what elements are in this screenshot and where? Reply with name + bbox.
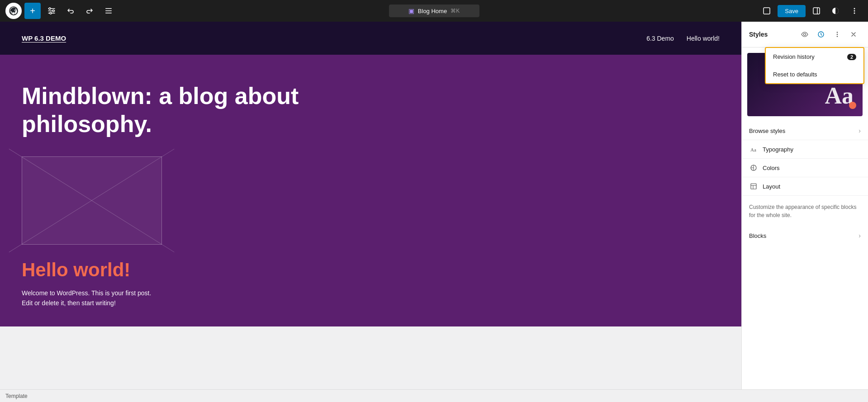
revision-history-dropdown-label: Revision history (773, 53, 815, 60)
colors-icon (749, 164, 758, 171)
layout-label: Layout (763, 183, 780, 190)
more-panel-options-button[interactable] (830, 27, 844, 42)
typography-left: Aa Typography (749, 146, 793, 153)
toolbar-right: Save (759, 3, 863, 19)
browse-styles-label: Browse styles (749, 128, 785, 134)
colors-item[interactable]: Colors (742, 159, 868, 177)
canvas-area: WP 6.3 DEMO 6.3 Demo Hello world! Mindbl… (0, 22, 741, 389)
blocks-label: Blocks (749, 232, 766, 239)
blocks-chevron: › (859, 232, 861, 239)
svg-rect-9 (813, 8, 820, 14)
style-preview-dot (849, 102, 856, 109)
list-view-button[interactable] (100, 3, 117, 19)
revision-count-badge: 2 (847, 54, 856, 60)
svg-point-13 (854, 10, 855, 12)
toolbar-left: W + (5, 3, 117, 19)
revision-dropdown: Revision history 2 Reset to defaults (765, 47, 864, 84)
blocks-item[interactable]: Blocks › (742, 227, 868, 245)
layout-left: Layout (749, 183, 780, 190)
typography-label: Typography (763, 146, 793, 153)
styles-panel-title: Styles (749, 31, 768, 38)
redo-button[interactable] (81, 3, 98, 19)
svg-text:W: W (11, 8, 16, 14)
reset-defaults-label: Reset to defaults (773, 71, 817, 78)
panel-header-actions (797, 27, 861, 42)
browse-styles-left: Browse styles (749, 128, 785, 134)
tools-button[interactable] (43, 3, 60, 19)
typography-item[interactable]: Aa Typography (742, 140, 868, 159)
template-label: Template (5, 393, 28, 399)
styles-panel: Styles Aa (741, 22, 868, 389)
colors-label: Colors (763, 165, 780, 171)
add-block-button[interactable]: + (24, 3, 41, 19)
site-title[interactable]: WP 6.3 DEMO (22, 34, 66, 42)
colors-left: Colors (749, 164, 780, 171)
browse-styles-chevron: › (859, 127, 861, 134)
keyboard-shortcut: ⌘K (451, 8, 460, 14)
toolbar-center: ▣ Blog Home ⌘K (389, 5, 479, 17)
page-indicator-button[interactable]: ▣ Blog Home ⌘K (389, 5, 479, 17)
svg-rect-6 (105, 10, 112, 11)
svg-point-14 (854, 13, 855, 14)
svg-point-17 (837, 32, 838, 33)
svg-point-4 (50, 12, 52, 14)
featured-image-placeholder (22, 156, 162, 245)
nav-item-hello[interactable]: Hello world! (687, 35, 720, 42)
svg-rect-5 (105, 8, 112, 9)
view-button[interactable] (759, 3, 775, 19)
main-layout: WP 6.3 DEMO 6.3 Demo Hello world! Mindbl… (0, 22, 868, 389)
typography-icon: Aa (749, 146, 758, 153)
toolbar: W + ▣ Blog Home ⌘K Save (0, 0, 868, 22)
preview-styles-button[interactable] (797, 27, 812, 42)
post-excerpt-line2: Edit or delete it, then start writing! (22, 298, 720, 308)
post-title[interactable]: Hello world! (22, 259, 720, 281)
svg-text:Aa: Aa (750, 147, 756, 152)
svg-point-2 (49, 8, 51, 9)
save-button[interactable]: Save (778, 5, 806, 17)
svg-point-12 (854, 8, 855, 9)
svg-point-3 (52, 10, 54, 12)
hero-section: Mindblown: a blog about philosophy. Hell… (0, 55, 741, 326)
site-header: WP 6.3 DEMO 6.3 Demo Hello world! (0, 22, 741, 55)
style-switcher-button[interactable] (827, 3, 844, 19)
revision-history-button[interactable] (814, 27, 828, 42)
svg-point-19 (837, 36, 838, 37)
sidebar-toggle-button[interactable] (808, 3, 825, 19)
wp-logo-button[interactable]: W (5, 3, 22, 19)
svg-rect-7 (105, 13, 112, 14)
browse-styles-item[interactable]: Browse styles › (742, 122, 868, 140)
blocks-description: Customize the appearance of specific blo… (742, 196, 868, 227)
hero-title: Mindblown: a blog about philosophy. (22, 82, 338, 138)
more-options-button[interactable] (846, 3, 863, 19)
undo-button[interactable] (62, 3, 79, 19)
revision-history-dropdown-item[interactable]: Revision history 2 (766, 48, 863, 66)
close-panel-button[interactable] (846, 27, 861, 42)
layout-icon (749, 183, 758, 190)
bottom-bar: Template (0, 389, 868, 402)
site-nav: 6.3 Demo Hello world! (646, 35, 720, 42)
svg-point-18 (837, 34, 838, 35)
svg-point-15 (804, 33, 806, 36)
site-preview: WP 6.3 DEMO 6.3 Demo Hello world! Mindbl… (0, 22, 741, 389)
svg-rect-22 (751, 184, 756, 189)
styles-panel-header: Styles (742, 22, 868, 47)
nav-item-demo[interactable]: 6.3 Demo (646, 35, 674, 42)
page-type-icon: ▣ (408, 7, 414, 14)
page-name: Blog Home (418, 8, 447, 14)
post-excerpt-line1: Welcome to WordPress. This is your first… (22, 288, 720, 298)
layout-item[interactable]: Layout (742, 177, 868, 196)
reset-defaults-dropdown-item[interactable]: Reset to defaults (766, 66, 863, 83)
svg-rect-8 (764, 8, 770, 14)
